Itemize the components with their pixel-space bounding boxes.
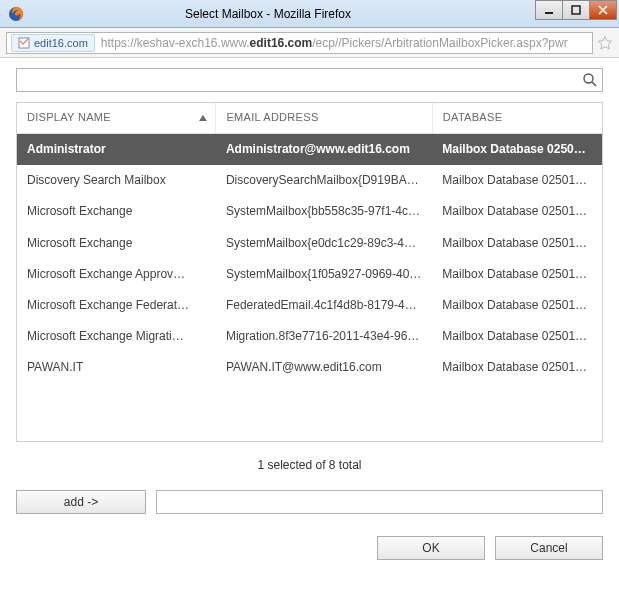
cell-display-name: Microsoft Exchange	[17, 228, 216, 259]
cell-database: Mailbox Database 0250…	[432, 134, 602, 166]
cell-email: SystemMailbox{1f05a927-0969-4013-9…	[216, 259, 432, 290]
col-database-label: DATABASE	[443, 111, 502, 123]
url-host: edit16.com	[250, 36, 313, 50]
cell-database: Mailbox Database 0250185893	[432, 259, 602, 290]
search-icon[interactable]	[582, 72, 598, 88]
close-button[interactable]	[589, 0, 617, 20]
cell-email: Migration.8f3e7716-2011-43e4-96b1-a…	[216, 321, 432, 352]
minimize-button[interactable]	[535, 0, 563, 20]
table-row[interactable]: Microsoft Exchange Federat…FederatedEmai…	[17, 290, 602, 321]
site-identity-chip[interactable]: edit16.com	[11, 34, 95, 52]
cell-database: Mailbox Database 0250185893	[432, 290, 602, 321]
col-email-label: EMAIL ADDRESS	[226, 111, 318, 123]
window-title: Select Mailbox - Mozilla Firefox	[0, 7, 536, 21]
add-button[interactable]: add ->	[16, 490, 146, 514]
cell-database: Mailbox Database 0250185893	[432, 196, 602, 227]
cell-display-name: PAWAN.IT	[17, 352, 216, 383]
cell-email: FederatedEmail.4c1f4d8b-8179-4148-9…	[216, 290, 432, 321]
search-input[interactable]	[21, 70, 582, 90]
url-pre: https://keshav-exch16.www.	[101, 36, 250, 50]
col-display-name[interactable]: DISPLAY NAME	[17, 103, 216, 134]
cell-email: DiscoverySearchMailbox{D919BA05-46…	[216, 165, 432, 196]
cell-database: Mailbox Database 0250185893	[432, 165, 602, 196]
cell-display-name: Microsoft Exchange Federat…	[17, 290, 216, 321]
page-icon	[18, 37, 30, 49]
col-database[interactable]: DATABASE	[432, 103, 602, 134]
cell-display-name: Microsoft Exchange Migrati…	[17, 321, 216, 352]
url-post: /ecp//Pickers/ArbitrationMailboxPicker.a…	[312, 36, 567, 50]
table-row[interactable]: Microsoft ExchangeSystemMailbox{bb558c35…	[17, 196, 602, 227]
col-display-name-label: DISPLAY NAME	[27, 111, 111, 123]
svg-rect-2	[572, 6, 580, 14]
col-email[interactable]: EMAIL ADDRESS	[216, 103, 432, 134]
table-row[interactable]: Discovery Search MailboxDiscoverySearchM…	[17, 165, 602, 196]
table-row[interactable]: AdministratorAdministrator@www.edit16.co…	[17, 134, 602, 166]
svg-line-5	[592, 82, 596, 86]
site-identity-label: edit16.com	[34, 37, 88, 49]
cell-database: Mailbox Database 0250185893	[432, 352, 602, 383]
cell-display-name: Discovery Search Mailbox	[17, 165, 216, 196]
svg-rect-1	[545, 12, 553, 14]
table-row[interactable]: Microsoft Exchange Approv…SystemMailbox{…	[17, 259, 602, 290]
cell-display-name: Microsoft Exchange	[17, 196, 216, 227]
cell-email: PAWAN.IT@www.edit16.com	[216, 352, 432, 383]
search-box[interactable]	[16, 68, 603, 92]
table-row[interactable]: Microsoft Exchange Migrati…Migration.8f3…	[17, 321, 602, 352]
window-titlebar: Select Mailbox - Mozilla Firefox	[0, 0, 619, 28]
cell-display-name: Microsoft Exchange Approv…	[17, 259, 216, 290]
add-row: add ->	[16, 490, 603, 514]
table-row[interactable]: Microsoft ExchangeSystemMailbox{e0dc1c29…	[17, 228, 602, 259]
dialog-footer: OK Cancel	[16, 536, 603, 560]
cell-email: SystemMailbox{bb558c35-97f1-4cb9-8…	[216, 196, 432, 227]
selection-status: 1 selected of 8 total	[16, 458, 603, 472]
url-field[interactable]: edit16.com https://keshav-exch16.www.edi…	[6, 32, 593, 54]
address-bar: edit16.com https://keshav-exch16.www.edi…	[0, 28, 619, 58]
cell-email: SystemMailbox{e0dc1c29-89c3-4034-b…	[216, 228, 432, 259]
ok-button[interactable]: OK	[377, 536, 485, 560]
sort-asc-icon	[199, 115, 207, 121]
cancel-button[interactable]: Cancel	[495, 536, 603, 560]
cell-email: Administrator@www.edit16.com	[216, 134, 432, 166]
selected-items-field[interactable]	[156, 490, 603, 514]
cell-display-name: Administrator	[17, 134, 216, 166]
cell-database: Mailbox Database 0250185893	[432, 228, 602, 259]
table-header-row: DISPLAY NAME EMAIL ADDRESS DATABASE	[17, 103, 602, 134]
window-controls	[536, 0, 617, 20]
svg-point-4	[584, 74, 593, 83]
maximize-button[interactable]	[562, 0, 590, 20]
bookmark-star-icon[interactable]	[597, 35, 613, 51]
url-text: https://keshav-exch16.www.edit16.com/ecp…	[101, 36, 568, 50]
cell-database: Mailbox Database 0250185893	[432, 321, 602, 352]
mailbox-table: DISPLAY NAME EMAIL ADDRESS DATABASE Admi…	[16, 102, 603, 442]
table-row[interactable]: PAWAN.ITPAWAN.IT@www.edit16.comMailbox D…	[17, 352, 602, 383]
